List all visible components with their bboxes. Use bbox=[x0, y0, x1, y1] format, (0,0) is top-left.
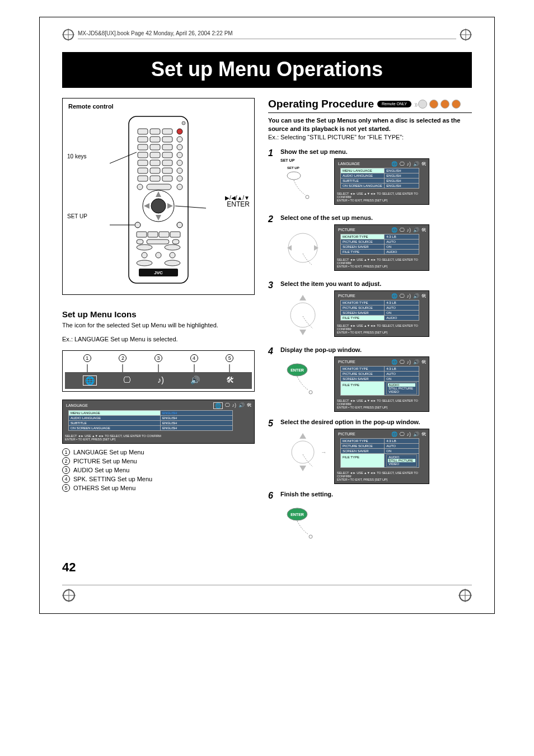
intro-text: You can use the Set up Menus only when a… bbox=[268, 116, 472, 142]
svg-point-61 bbox=[170, 252, 175, 258]
svg-rect-17 bbox=[150, 144, 160, 150]
svg-point-41 bbox=[151, 199, 166, 213]
speaker-icon: 🔊 bbox=[413, 431, 419, 437]
picture-icon: 🖵 bbox=[400, 431, 405, 437]
legend-number: 1 bbox=[62, 448, 70, 456]
osd-item-key: MONITOR TYPE bbox=[341, 300, 385, 305]
registration-mark-icon bbox=[460, 29, 472, 41]
label-setup: SET UP bbox=[67, 213, 87, 219]
svg-point-81 bbox=[309, 391, 312, 394]
svg-point-15 bbox=[177, 137, 182, 142]
remote-control-icon: JVC bbox=[105, 113, 212, 287]
speaker-icon: 🔊 bbox=[413, 293, 419, 299]
osd-item-value: ON bbox=[385, 244, 419, 249]
osd-item-value: AUDIOSTILL PICTUREVIDEO bbox=[385, 453, 419, 467]
osd-item-key: ON SCREEN LANGUAGE bbox=[341, 183, 385, 188]
svg-rect-12 bbox=[138, 137, 148, 142]
svg-rect-18 bbox=[162, 144, 172, 150]
disc-icon bbox=[452, 100, 461, 109]
remote-button-illustration bbox=[280, 290, 325, 340]
svg-point-31 bbox=[177, 168, 182, 173]
osd-footer-line: SELECT ◄► USE ▲▼◄► TO SELECT, USE ENTER … bbox=[337, 324, 427, 331]
remote-only-badge: Remote ONLY bbox=[377, 101, 411, 107]
osd-item-key: FILE TYPE bbox=[341, 381, 385, 395]
speaker-icon: 🔊 bbox=[238, 402, 245, 409]
osd-panel-label: PICTURE bbox=[337, 227, 357, 232]
legend-label: SPK. SETTING Set up Menu bbox=[73, 476, 152, 482]
legend-label: PICTURE Set up Menu bbox=[73, 458, 137, 464]
osd-popup-option: STILL PICTURE bbox=[388, 387, 415, 390]
svg-point-83 bbox=[292, 441, 314, 463]
svg-rect-16 bbox=[138, 144, 148, 150]
operating-procedure-heading: Operating Procedure bbox=[268, 98, 374, 110]
osd-item-value: ENGLISH bbox=[385, 183, 419, 188]
svg-text:→: → bbox=[321, 449, 325, 456]
step: 2 Select one of the set up menus. PICTUR… bbox=[268, 214, 472, 274]
osd-item-value: 4:3 LB bbox=[385, 234, 419, 239]
osd-footer-line: SELECT ◄► USE ▲▼◄► TO SELECT, USE ENTER … bbox=[337, 258, 427, 265]
svg-point-48 bbox=[177, 222, 182, 228]
label-enter: ENTER bbox=[227, 200, 250, 208]
step-title: Finish the setting. bbox=[280, 491, 472, 497]
label-arrows-enter: ▶/◀/▲/▼ ENTER bbox=[225, 195, 250, 208]
svg-point-11 bbox=[177, 129, 182, 134]
osd-item-value: AUTO bbox=[385, 239, 419, 244]
osd-item-value: AUDIOSTILL PICTUREVIDEO bbox=[385, 381, 419, 395]
osd-item-value: ENGLISH bbox=[385, 173, 419, 178]
osd-item-value: ENGLISH bbox=[385, 178, 419, 183]
osd-item-key: MONITOR TYPE bbox=[341, 366, 385, 371]
osd-panel-label: PICTURE bbox=[337, 359, 357, 364]
remote-control-figure: Remote control 10 keys SET UP ▶/◀/▲/▼ EN… bbox=[62, 98, 255, 295]
osd-item-value: ON bbox=[385, 376, 419, 381]
audio-icon: ♪) bbox=[407, 431, 411, 437]
osd-item-value: 4:3 LB bbox=[385, 366, 419, 371]
osd-footer-line: SELECT ◄► USE ▲▼◄► TO SELECT, USE ENTER … bbox=[337, 471, 427, 478]
osd-footer-line: ENTER • TO EXIT, PRESS [SET UP] bbox=[337, 406, 427, 409]
osd-item-value: AUDIO bbox=[385, 315, 419, 320]
step-number: 2 bbox=[268, 214, 276, 274]
osd-item-key: SCREEN SAVER bbox=[341, 244, 385, 249]
speaker-icon: 🔊 bbox=[413, 359, 419, 365]
svg-rect-13 bbox=[150, 137, 160, 142]
registration-mark-icon bbox=[458, 589, 472, 602]
speaker-icon: 🔊 bbox=[190, 375, 200, 386]
svg-rect-14 bbox=[162, 137, 172, 142]
others-icon: 🛠 bbox=[421, 161, 427, 167]
step-number: 3 bbox=[268, 280, 276, 340]
others-icon: 🛠 bbox=[247, 402, 252, 409]
svg-text:ENTER: ENTER bbox=[291, 368, 304, 372]
remote-button-illustration bbox=[280, 224, 325, 274]
osd-popup-option: VIDEO bbox=[388, 390, 415, 393]
osd-screen: PICTURE 🌐🖵♪)🔊🛠 MONITOR TYPE4:3 LBPICTURE… bbox=[334, 224, 429, 271]
audio-icon: ♪) bbox=[157, 375, 164, 386]
svg-rect-53 bbox=[170, 232, 180, 237]
print-header: MX-JD5&8[UX].book Page 42 Monday, April … bbox=[62, 29, 472, 46]
svg-marker-78 bbox=[299, 330, 306, 335]
step-title: Select the desired option in the pop-up … bbox=[280, 419, 472, 425]
legend-label: AUDIO Set up Menu bbox=[73, 467, 129, 473]
osd-screen: PICTURE 🌐🖵♪)🔊🛠 MONITOR TYPE4:3 LBPICTURE… bbox=[334, 290, 429, 337]
registration-mark-icon bbox=[62, 29, 74, 41]
svg-rect-21 bbox=[150, 152, 160, 158]
remote-brand-icon: JVC bbox=[154, 270, 163, 275]
svg-marker-76 bbox=[299, 295, 306, 300]
setup-button-label: SET UP bbox=[280, 158, 325, 162]
legend-label: LANGUAGE Set up Menu bbox=[73, 449, 144, 456]
osd-item-key: FILE TYPE bbox=[341, 315, 385, 320]
svg-rect-50 bbox=[137, 232, 147, 237]
disc-icon bbox=[441, 100, 449, 109]
picture-icon: 🖵 bbox=[225, 402, 230, 409]
svg-rect-10 bbox=[162, 129, 172, 134]
osd-panel-label: LANGUAGE bbox=[337, 161, 361, 166]
picture-icon: 🖵 bbox=[400, 359, 405, 365]
osd-language-screen: LANGUAGE 🌐🖵♪)🔊🛠 MENU LANGUAGEENGLISH AUD… bbox=[62, 400, 255, 444]
osd-item-value: AUTO bbox=[385, 305, 419, 310]
svg-point-88 bbox=[309, 535, 312, 538]
svg-rect-9 bbox=[150, 129, 160, 134]
osd-item-value: AUTO bbox=[385, 371, 419, 376]
osd-item-key: SCREEN SAVER bbox=[341, 448, 385, 453]
svg-marker-82 bbox=[299, 433, 306, 439]
svg-text:ENTER: ENTER bbox=[291, 513, 304, 516]
step-title: Select one of the set up menus. bbox=[280, 214, 472, 221]
disc-icon bbox=[429, 100, 438, 109]
